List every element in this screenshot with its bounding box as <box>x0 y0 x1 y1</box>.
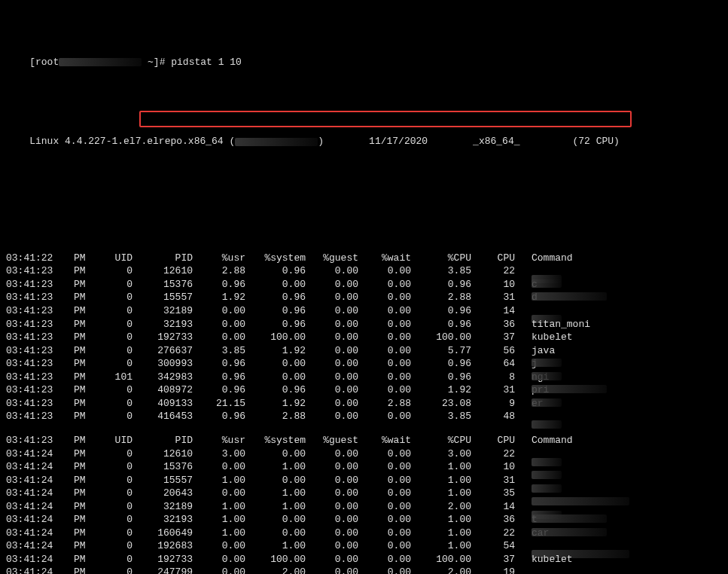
cell-pid: 32193 <box>133 513 193 527</box>
cell-usr: 3.85 <box>193 344 245 358</box>
cell-command: car <box>515 527 667 540</box>
cell-cpun: 37 <box>471 331 515 344</box>
cell-ampm: PM <box>74 500 95 514</box>
cell-guest: 0.00 <box>306 553 358 566</box>
cell-uid: 0 <box>95 291 133 304</box>
cell-wait: 0.00 <box>358 318 411 331</box>
cell-pid: 20643 <box>133 487 193 500</box>
cell-time: 03:41:23 <box>6 318 74 331</box>
cell-uid: 0 <box>95 487 133 500</box>
cell-pid: 15557 <box>133 291 193 304</box>
process-row: 03:41:24PM0321931.000.000.000.001.0036t <box>6 513 722 527</box>
cell-time: 03:41:23 <box>6 371 74 384</box>
cell-ampm: PM <box>74 331 95 344</box>
cell-cpu: 0.96 <box>411 318 471 331</box>
col-system: %system <box>245 434 306 447</box>
cpu-count: (72 CPU) <box>573 135 620 148</box>
cell-system: 1.00 <box>245 487 306 500</box>
cell-uid: 0 <box>95 539 133 553</box>
cell-ampm: PM <box>74 527 95 540</box>
cell-ampm: PM <box>74 410 95 423</box>
cell-usr: 1.00 <box>193 513 245 527</box>
terminal[interactable]: [root ~]# pidstat 1 10 Linux 4.4.227-1.e… <box>0 0 728 574</box>
col-usr: %usr <box>193 434 245 447</box>
process-row: 03:41:23PM04164530.962.880.000.003.8548 <box>6 410 722 423</box>
cell-guest: 0.00 <box>306 278 358 292</box>
cell-cpun: 64 <box>471 357 515 371</box>
cell-command: kubelet <box>515 553 667 566</box>
cell-pid: 300993 <box>133 357 193 371</box>
cell-uid: 0 <box>95 318 133 331</box>
cell-uid: 0 <box>95 278 133 292</box>
cell-time: 03:41:23 <box>6 331 74 344</box>
cell-time: 03:41:23 <box>6 291 74 304</box>
cell-time: 03:41:24 <box>6 487 74 500</box>
cell-usr: 0.00 <box>193 553 245 566</box>
process-row: 03:41:23PM02766373.851.920.000.005.7756j… <box>6 344 722 358</box>
cell-system: 100.00 <box>245 331 306 344</box>
cell-system: 2.88 <box>245 410 306 423</box>
col-uid: UID <box>95 434 133 447</box>
cell-usr: 0.00 <box>193 460 245 474</box>
cell-cpu: 1.00 <box>411 460 471 474</box>
col-ampm: PM <box>74 252 95 265</box>
cell-wait: 0.00 <box>358 291 411 304</box>
cell-guest: 0.00 <box>306 527 358 540</box>
cell-time: 03:41:24 <box>6 527 74 540</box>
cell-time: 03:41:23 <box>6 383 74 397</box>
process-row: 03:41:23PM04089720.960.960.000.001.9231p… <box>6 383 722 397</box>
cell-command: pri <box>515 383 667 397</box>
cell-cpun: 8 <box>471 371 515 384</box>
cell-guest: 0.00 <box>306 318 358 331</box>
cell-system: 0.96 <box>245 264 306 278</box>
cell-usr: 0.00 <box>193 487 245 500</box>
cell-wait: 0.00 <box>358 513 411 527</box>
cell-guest: 0.00 <box>306 447 358 461</box>
col-cpun: CPU <box>471 434 515 447</box>
cell-pid: 32189 <box>133 500 193 514</box>
cell-system: 1.00 <box>245 539 306 553</box>
cell-pid: 247799 <box>133 566 193 574</box>
cell-cpun: 22 <box>471 527 515 540</box>
cell-command: ngi <box>515 371 667 384</box>
cell-ampm: PM <box>74 460 95 474</box>
process-row: 03:41:24PM0126103.000.000.000.003.0022 <box>6 447 722 461</box>
cell-uid: 0 <box>95 304 133 318</box>
column-header-row: 03:41:22PMUIDPID%usr%system%guest%wait%C… <box>6 252 722 265</box>
cell-cpun: 37 <box>471 553 515 566</box>
cell-system: 1.00 <box>245 500 306 514</box>
process-row: 03:41:24PM01927330.00100.000.000.00100.0… <box>6 553 722 566</box>
col-cpun: CPU <box>471 252 515 265</box>
cell-pid: 409133 <box>133 397 193 411</box>
cell-cpun: 22 <box>471 447 515 461</box>
cell-command: er <box>515 397 667 411</box>
cell-cpu: 1.00 <box>411 513 471 527</box>
col-command: Command <box>515 252 667 265</box>
cell-pid: 276637 <box>133 344 193 358</box>
col-uid: UID <box>95 252 133 265</box>
cell-cpun: 36 <box>471 513 515 527</box>
cell-system: 1.92 <box>245 344 306 358</box>
cell-pid: 32193 <box>133 318 193 331</box>
process-row: 03:41:23PM0153760.960.000.000.000.9610c <box>6 278 722 292</box>
cell-system: 0.96 <box>245 304 306 318</box>
cell-time: 03:41:24 <box>6 553 74 566</box>
cell-uid: 0 <box>95 410 133 423</box>
process-row: 03:41:23PM0321890.000.960.000.000.9614 <box>6 304 722 318</box>
cell-usr: 0.96 <box>193 357 245 371</box>
arch: _x86_64_ <box>473 135 519 148</box>
col-wait: %wait <box>358 434 411 447</box>
cell-time: 03:41:24 <box>6 500 74 514</box>
cell-uid: 101 <box>95 371 133 384</box>
cell-uid: 0 <box>95 460 133 474</box>
cell-cpun: 36 <box>471 318 515 331</box>
cell-pid: 192683 <box>133 539 193 553</box>
cell-pid: 12610 <box>133 264 193 278</box>
cell-guest: 0.00 <box>306 539 358 553</box>
process-row: 03:41:23PM0126102.880.960.000.003.8522 <box>6 264 722 278</box>
process-row: 03:41:24PM0206430.001.000.000.001.0035 <box>6 487 722 500</box>
col-cpu: %CPU <box>411 252 471 265</box>
process-row: 03:41:23PM0155571.920.960.000.002.8831d <box>6 291 722 304</box>
cell-guest: 0.00 <box>306 513 358 527</box>
cell-guest: 0.00 <box>306 264 358 278</box>
